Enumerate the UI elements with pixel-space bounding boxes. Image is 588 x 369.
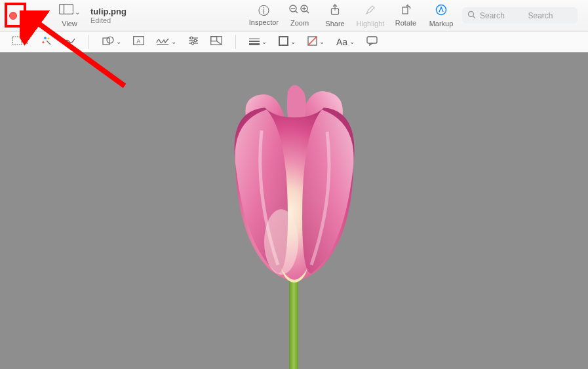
window-titlebar: ⌄ View tulip.png Edited ⓘ Inspector: [0, 0, 588, 31]
svg-line-16: [47, 41, 50, 45]
sidebar-icon: ⌄: [59, 4, 80, 18]
info-icon: ⓘ: [258, 5, 269, 17]
text-style-tool[interactable]: Aa⌄: [336, 37, 355, 47]
search-icon: [467, 10, 476, 21]
line-weight-icon: [249, 36, 260, 47]
search-placeholder-text: Search: [480, 11, 505, 20]
sliders-icon: [188, 36, 199, 47]
sketch-tool[interactable]: [64, 36, 75, 47]
svg-rect-35: [211, 37, 217, 41]
image-canvas[interactable]: [0, 52, 588, 369]
annotate-tool[interactable]: [366, 36, 378, 48]
speech-bubble-icon: [366, 36, 378, 48]
svg-point-13: [469, 11, 474, 16]
search-field[interactable]: Search Search: [462, 7, 578, 24]
svg-point-45: [264, 209, 298, 275]
fill-color-tool[interactable]: ⌄: [307, 36, 324, 48]
markup-icon: [435, 4, 447, 18]
svg-line-4: [296, 11, 298, 14]
markup-toolbar: ⌄ ⌄ A ⌄: [0, 31, 588, 52]
border-color-tool[interactable]: ⌄: [279, 36, 296, 48]
zoom-icon: [288, 4, 311, 18]
stroke-color-icon: [279, 36, 288, 48]
svg-point-24: [107, 37, 113, 43]
search-label: Search: [509, 11, 572, 20]
markup-button[interactable]: Markup: [427, 4, 456, 28]
svg-rect-11: [402, 7, 408, 14]
document-title: tulip.png Edited: [90, 7, 127, 24]
svg-point-29: [190, 37, 193, 39]
svg-rect-15: [12, 37, 22, 45]
highlight-button: Highlight: [356, 4, 385, 28]
svg-line-36: [217, 41, 221, 45]
svg-rect-43: [367, 37, 377, 43]
svg-point-33: [191, 42, 194, 45]
document-image: [189, 71, 399, 369]
highlighter-icon: [364, 4, 376, 18]
zoom-button[interactable]: Zoom: [285, 4, 314, 27]
svg-text:A: A: [136, 38, 140, 45]
adjust-size-tool[interactable]: [210, 36, 222, 47]
fill-color-icon: [307, 36, 317, 48]
svg-line-42: [308, 37, 317, 45]
shapes-tool[interactable]: ⌄: [102, 36, 121, 48]
text-style-label: Aa: [336, 37, 347, 47]
file-status: Edited: [90, 16, 127, 24]
annotation-highlight-box: [5, 3, 26, 28]
rotate-button[interactable]: Rotate: [391, 4, 420, 27]
filename: tulip.png: [90, 7, 127, 16]
selection-tool[interactable]: ⌄: [12, 36, 29, 47]
view-menu-button[interactable]: ⌄ View: [52, 4, 87, 28]
maximize-window-button[interactable]: [35, 12, 43, 20]
toolbar-separator: [88, 35, 89, 49]
text-tool[interactable]: A: [133, 36, 144, 47]
share-button[interactable]: Share: [321, 4, 349, 28]
adjust-color-tool[interactable]: [188, 36, 199, 47]
svg-line-14: [473, 16, 476, 18]
share-icon: [330, 4, 340, 18]
instant-alpha-tool[interactable]: [41, 35, 52, 48]
sign-tool[interactable]: ⌄: [156, 36, 176, 47]
shapes-icon: [102, 36, 114, 48]
signature-icon: [156, 36, 169, 47]
svg-rect-44: [289, 268, 298, 369]
view-label: View: [62, 20, 77, 28]
resize-icon: [210, 36, 222, 47]
svg-rect-0: [59, 4, 73, 14]
inspector-button[interactable]: ⓘ Inspector: [249, 5, 279, 26]
toolbar-actions: ⓘ Inspector Zoom: [249, 4, 588, 28]
selection-rect-icon: [12, 36, 22, 47]
text-box-icon: A: [133, 36, 144, 47]
svg-rect-40: [279, 37, 288, 45]
rotate-icon: [401, 4, 412, 18]
magic-wand-icon: [41, 35, 52, 48]
pencil-squiggle-icon: [64, 36, 75, 47]
svg-line-8: [307, 11, 309, 14]
border-style-tool[interactable]: ⌄: [249, 36, 267, 47]
svg-rect-23: [103, 38, 109, 45]
svg-point-31: [194, 39, 197, 42]
toolbar-separator: [235, 35, 236, 49]
